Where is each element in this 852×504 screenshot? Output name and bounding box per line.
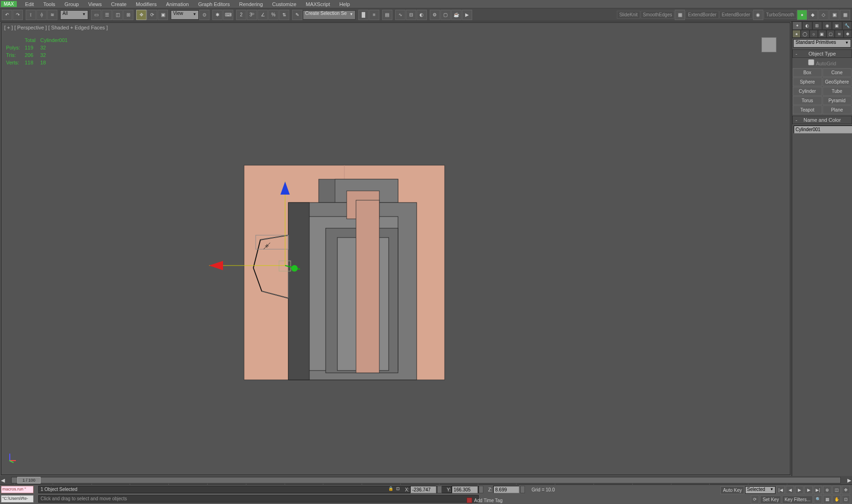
track-left-arrow[interactable]: ◀ — [0, 477, 6, 483]
select-move-button[interactable]: ✥ — [136, 10, 147, 20]
window-crossing-button[interactable]: ⊞ — [123, 10, 133, 20]
menu-animation[interactable]: Animation — [161, 0, 194, 8]
track-right-arrow[interactable]: ▶ — [846, 477, 852, 483]
btn-pyramid[interactable]: Pyramid — [823, 96, 852, 105]
subtab-lights[interactable]: ☼ — [810, 30, 818, 38]
spinner-snap-button[interactable]: ⇅ — [279, 10, 289, 20]
bind-spacewarp-button[interactable]: ≋ — [47, 10, 57, 20]
smoothedges-button[interactable]: SmoothEdges — [641, 11, 675, 19]
custom-icon-6[interactable]: ▦ — [840, 10, 850, 20]
custom-icon-5[interactable]: ▣ — [829, 10, 839, 20]
extendborder2-button[interactable]: ExtendBorder — [719, 11, 753, 19]
slideknit-button[interactable]: SlideKnit — [617, 11, 640, 19]
time-tag-icon[interactable] — [467, 497, 472, 503]
tab-display[interactable]: ▣ — [832, 21, 842, 30]
subtab-systems[interactable]: ✱ — [844, 30, 852, 38]
extendborder1-button[interactable]: ExtendBorder — [685, 11, 719, 19]
menu-modifiers[interactable]: Modifiers — [131, 0, 161, 8]
tab-hierarchy[interactable]: ⊞ — [812, 21, 822, 30]
snap-3d-button[interactable]: 3ᴰ — [247, 10, 257, 20]
nav-2[interactable]: ◫ — [832, 486, 841, 494]
nav-4[interactable]: ⟳ — [751, 495, 759, 504]
menu-customize[interactable]: Customize — [267, 0, 301, 8]
coord-x-spinner[interactable] — [437, 486, 442, 493]
mirror-button[interactable]: ▐▌ — [358, 10, 369, 20]
turbosmooth-button[interactable]: TurboSmooth — [764, 11, 796, 19]
select-rotate-button[interactable]: ⟳ — [147, 10, 157, 20]
object-name-input[interactable] — [794, 126, 852, 133]
custom-icon-1[interactable]: ▦ — [675, 10, 685, 20]
btn-plane[interactable]: Plane — [823, 105, 852, 114]
select-scale-button[interactable]: ▣ — [158, 10, 168, 20]
named-selection-dropdown[interactable]: Create Selection Se — [303, 10, 356, 20]
custom-icon-3[interactable]: ◆ — [808, 10, 818, 20]
render-setup-button[interactable]: ⚙ — [430, 10, 440, 20]
menu-create[interactable]: Create — [106, 0, 131, 8]
custom-icon-4[interactable]: ◇ — [818, 10, 829, 20]
select-object-button[interactable]: ▭ — [91, 10, 101, 20]
nav-3[interactable]: ✥ — [842, 486, 850, 494]
track-slider[interactable]: 1 / 100 — [11, 477, 841, 483]
subtab-geometry[interactable]: ● — [792, 30, 801, 38]
select-by-name-button[interactable]: ☰ — [102, 10, 112, 20]
layer-manager-button[interactable]: ▤ — [382, 10, 392, 20]
btn-torus[interactable]: Torus — [793, 96, 822, 105]
angle-snap-button[interactable]: ∠ — [258, 10, 268, 20]
selection-filter-dropdown[interactable]: All — [60, 10, 88, 20]
align-button[interactable]: ≡ — [369, 10, 379, 20]
subtab-shapes[interactable]: ◯ — [801, 30, 809, 38]
rollout-object-type[interactable]: -Object Type — [792, 49, 852, 58]
auto-key-button[interactable]: Auto Key — [720, 486, 744, 494]
prev-frame-button[interactable]: ◀ — [786, 486, 794, 494]
use-pivot-center-button[interactable]: ⊙ — [199, 10, 210, 20]
btn-cylinder[interactable]: Cylinder — [793, 87, 822, 96]
menu-maxscript[interactable]: MAXScript — [301, 0, 335, 8]
edit-named-sel-button[interactable]: ✎ — [292, 10, 302, 20]
nav-7[interactable]: ✋ — [832, 495, 841, 504]
menu-grapheditors[interactable]: Graph Editors — [194, 0, 235, 8]
coord-z-input[interactable] — [493, 486, 519, 493]
render-production-button[interactable]: ☕ — [451, 10, 461, 20]
play-button[interactable]: ▶ — [795, 486, 803, 494]
next-frame-button[interactable]: ▶ — [804, 486, 813, 494]
coord-y-spinner[interactable] — [479, 486, 483, 493]
category-dropdown[interactable]: Standard Primitives — [793, 39, 851, 48]
snap-2d-button[interactable]: 2 — [236, 10, 246, 20]
btn-cone[interactable]: Cone — [823, 68, 852, 77]
autogrid-checkbox[interactable] — [808, 59, 814, 65]
percent-snap-button[interactable]: % — [268, 10, 279, 20]
tab-motion[interactable]: ◉ — [822, 21, 832, 30]
tab-create[interactable]: ✦ — [792, 21, 802, 30]
keyboard-shortcut-button[interactable]: ⌨ — [223, 10, 233, 20]
btn-geosphere[interactable]: GeoSphere — [823, 77, 852, 86]
ref-coord-dropdown[interactable]: View — [171, 10, 199, 20]
key-target-dropdown[interactable]: Selected — [745, 486, 775, 494]
btn-teapot[interactable]: Teapot — [793, 105, 822, 114]
link-button[interactable]: ⟟ — [26, 10, 36, 20]
menu-tools[interactable]: Tools — [39, 0, 60, 8]
material-editor-button[interactable]: ◐ — [417, 10, 427, 20]
isolate-icon[interactable]: ⊡ — [395, 486, 401, 493]
nav-5[interactable]: 🔍 — [814, 495, 822, 504]
render-last-button[interactable]: ▶ — [462, 10, 472, 20]
redo-button[interactable]: ↷ — [13, 10, 23, 20]
menu-views[interactable]: Views — [84, 0, 106, 8]
btn-tube[interactable]: Tube — [823, 87, 852, 96]
script-output-1[interactable]: macros.run " — [1, 486, 34, 493]
schematic-view-button[interactable]: ⊟ — [406, 10, 416, 20]
unlink-button[interactable]: ⟠ — [36, 10, 47, 20]
menu-group[interactable]: Group — [60, 0, 84, 8]
coord-z-spinner[interactable] — [520, 486, 525, 493]
subtab-helpers[interactable]: ▢ — [826, 30, 835, 38]
rollout-name-color[interactable]: -Name and Color — [792, 116, 852, 124]
menu-edit[interactable]: Edit — [21, 0, 39, 8]
subtab-spacewarps[interactable]: ≋ — [835, 30, 843, 38]
view-cube[interactable] — [759, 35, 778, 54]
set-key-button[interactable]: Set Key — [760, 496, 781, 504]
btn-box[interactable]: Box — [793, 68, 822, 77]
lock-selection-icon[interactable]: 🔒 — [387, 486, 394, 493]
custom-icon-2[interactable]: ◉ — [753, 10, 763, 20]
nav-1[interactable]: ⊕ — [823, 486, 831, 494]
curve-editor-button[interactable]: ∿ — [395, 10, 405, 20]
btn-sphere[interactable]: Sphere — [793, 77, 822, 86]
